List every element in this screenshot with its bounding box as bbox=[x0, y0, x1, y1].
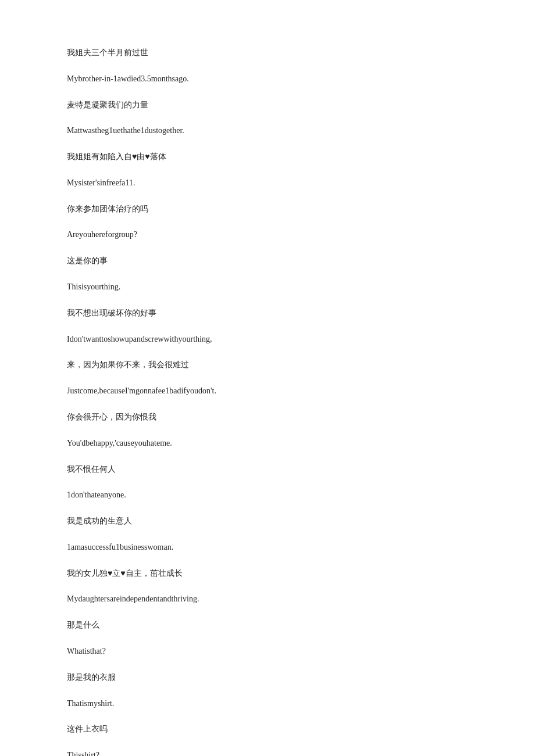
line-cn-0: 我姐夫三个半月前过世 bbox=[67, 46, 468, 59]
line-cn-10: 我的女儿独♥立♥自主，茁壮成长 bbox=[67, 567, 468, 580]
line-cn-2: 我姐姐有如陷入自♥由♥落体 bbox=[67, 151, 468, 163]
line-en-10: Mydaughtersareindependentandthriving. bbox=[67, 593, 468, 605]
line-cn-11: 那是什么 bbox=[67, 619, 468, 632]
line-cn-1: 麦特是凝聚我们的力量 bbox=[67, 99, 468, 112]
line-en-13: Thisshirt? bbox=[67, 749, 468, 756]
line-cn-12: 那是我的衣服 bbox=[67, 671, 468, 684]
line-en-0: Mybrother-in-1awdied3.5monthsago. bbox=[67, 73, 468, 85]
line-en-3: Areyouhereforgroup? bbox=[67, 228, 468, 241]
line-cn-9: 我是成功的生意人 bbox=[67, 515, 468, 528]
line-cn-3: 你来参加团体治疗的吗 bbox=[67, 203, 468, 216]
line-cn-7: 你会很开心，因为你恨我 bbox=[67, 411, 468, 424]
line-en-11: Whatisthat? bbox=[67, 645, 468, 658]
line-en-7: You'dbehappy,'causeyouhateme. bbox=[67, 437, 468, 450]
line-en-8: 1don'thateanyone. bbox=[67, 489, 468, 501]
main-content: 我姐夫三个半月前过世Mybrother-in-1awdied3.5monthsa… bbox=[67, 46, 468, 756]
line-en-4: Thisisyourthing. bbox=[67, 281, 468, 293]
line-cn-5: 我不想出现破坏你的好事 bbox=[67, 307, 468, 320]
line-en-6: Justcome,becauseI'mgonnafee1badifyoudon'… bbox=[67, 385, 468, 397]
line-en-2: Mysister'sinfreefa11. bbox=[67, 177, 468, 189]
line-en-12: Thatismyshirt. bbox=[67, 697, 468, 710]
line-en-1: Mattwastheg1uethathe1dustogether. bbox=[67, 124, 468, 137]
line-cn-8: 我不恨任何人 bbox=[67, 463, 468, 476]
line-en-9: 1amasuccessfu1businesswoman. bbox=[67, 541, 468, 554]
line-cn-6: 来，因为如果你不来，我会很难过 bbox=[67, 359, 468, 371]
line-en-5: Idon'twanttoshowupandscrewwithyourthing, bbox=[67, 333, 468, 346]
line-cn-13: 这件上衣吗 bbox=[67, 723, 468, 736]
line-cn-4: 这是你的事 bbox=[67, 255, 468, 267]
